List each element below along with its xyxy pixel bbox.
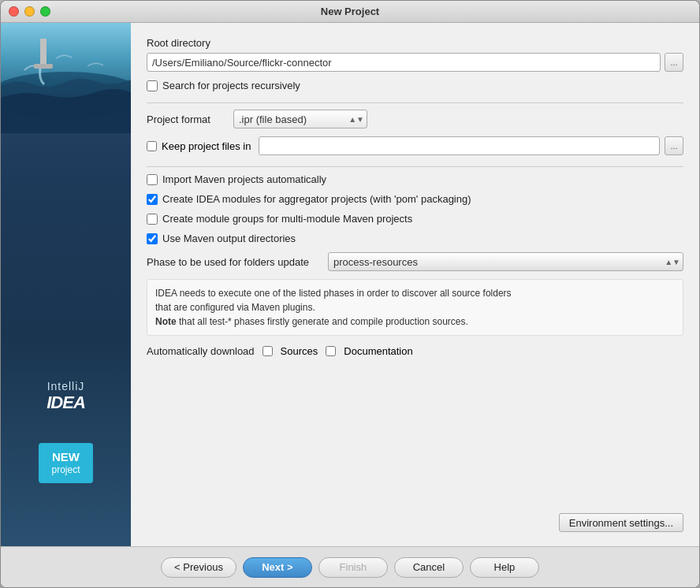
window-title: New Project (321, 6, 379, 17)
use-maven-output-label[interactable]: Use Maven output directories (162, 233, 296, 244)
env-settings-btn[interactable]: Environment settings... (559, 513, 683, 532)
project-format-row: Project format .ipr (file based) .idea (… (147, 110, 683, 128)
search-recursive-label[interactable]: Search for projects recursively (162, 80, 300, 91)
keep-files-label[interactable]: Keep project files in (162, 140, 251, 152)
search-recursive-checkbox[interactable] (147, 80, 158, 91)
phase-select[interactable]: process-resources generate-sources compi… (328, 252, 683, 271)
bottom-bar: < Previous Next > Finish Cancel Help (1, 546, 699, 587)
info-box: IDEA needs to execute one of the listed … (147, 279, 683, 336)
info-text-rest: that all test-* phases firstly generate … (177, 316, 468, 327)
divider-2 (147, 166, 683, 167)
help-button[interactable]: Help (470, 557, 539, 578)
root-dir-row: ... (147, 53, 683, 72)
project-format-label: Project format (147, 114, 225, 125)
root-dir-browse-btn[interactable]: ... (665, 53, 683, 72)
minimize-btn[interactable] (24, 6, 35, 17)
previous-button[interactable]: < Previous (161, 557, 236, 578)
import-maven-label[interactable]: Import Maven projects automatically (162, 173, 326, 185)
phase-row: Phase to be used for folders update proc… (147, 252, 683, 271)
import-maven-checkbox[interactable] (147, 174, 158, 185)
new-project-badge: NEW project (39, 443, 92, 483)
keep-files-checkbox[interactable] (147, 141, 157, 151)
use-maven-output-row: Use Maven output directories (147, 233, 683, 244)
maximize-btn[interactable] (40, 6, 50, 17)
svg-rect-3 (34, 64, 53, 69)
create-modules-checkbox[interactable] (147, 194, 158, 205)
main-content: IntelliJ IDEA NEW project Root directory… (1, 23, 699, 546)
window-controls (9, 6, 50, 17)
phase-select-wrapper: process-resources generate-sources compi… (328, 252, 683, 271)
sidebar: IntelliJ IDEA NEW project (1, 23, 131, 546)
create-groups-label[interactable]: Create module groups for multi-module Ma… (162, 213, 412, 225)
root-dir-input[interactable] (147, 53, 661, 72)
create-modules-label[interactable]: Create IDEA modules for aggregator proje… (162, 193, 471, 205)
project-format-select-wrapper: .ipr (file based) .idea (directory based… (233, 110, 367, 128)
create-groups-row: Create module groups for multi-module Ma… (147, 213, 683, 225)
sources-checkbox[interactable] (262, 346, 273, 356)
brand-name: IntelliJ IDEA (9, 381, 123, 412)
keep-files-row: Keep project files in ... (147, 136, 683, 155)
create-modules-row: Create IDEA modules for aggregator proje… (147, 193, 683, 205)
phase-label: Phase to be used for folders update (147, 256, 320, 268)
divider-1 (147, 102, 683, 103)
use-maven-output-checkbox[interactable] (147, 233, 158, 244)
auto-download-label: Automatically download (147, 345, 255, 357)
title-bar: New Project (1, 1, 699, 23)
new-project-window: New Project (0, 0, 700, 588)
info-text-bold: Note (155, 316, 177, 327)
next-button[interactable]: Next > (243, 557, 312, 578)
project-format-select[interactable]: .ipr (file based) .idea (directory based… (233, 110, 367, 128)
root-dir-label: Root directory (147, 37, 683, 49)
documentation-checkbox[interactable] (326, 346, 336, 356)
info-text-1: IDEA needs to execute one of the listed … (155, 288, 512, 299)
auto-download-row: Automatically download Sources Documenta… (147, 345, 683, 357)
import-maven-row: Import Maven projects automatically (147, 173, 683, 185)
documentation-label[interactable]: Documentation (344, 345, 412, 357)
keep-files-input[interactable] (259, 136, 660, 155)
cancel-button[interactable]: Cancel (394, 557, 464, 578)
env-settings-row: Environment settings... (147, 513, 683, 532)
svg-rect-2 (40, 39, 47, 66)
form-panel: Root directory ... Search for projects r… (131, 23, 699, 546)
close-btn[interactable] (9, 6, 19, 17)
finish-button[interactable]: Finish (318, 557, 388, 578)
search-recursive-row: Search for projects recursively (147, 80, 683, 91)
sources-label[interactable]: Sources (281, 345, 318, 357)
create-groups-checkbox[interactable] (147, 214, 158, 225)
sidebar-water-graphic (1, 23, 131, 133)
info-text-2: that are configured via Maven plugins. (155, 302, 315, 313)
keep-files-browse-btn[interactable]: ... (665, 136, 683, 155)
